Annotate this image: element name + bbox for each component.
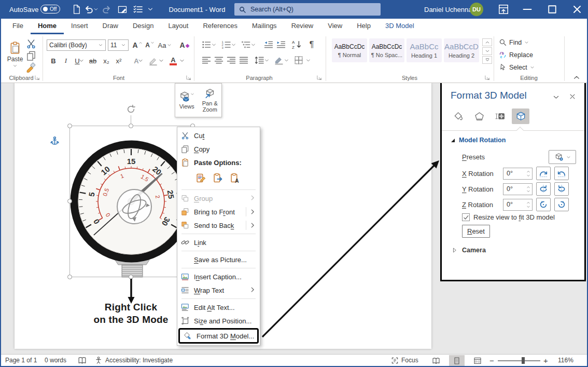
menu-item-insert-caption[interactable]: Insert Caption... bbox=[177, 270, 260, 283]
task-list-icon[interactable] bbox=[133, 4, 143, 15]
font-size-combo[interactable]: 11 bbox=[108, 39, 129, 51]
pane-tab-3d-model[interactable] bbox=[512, 108, 529, 124]
web-layout-button[interactable] bbox=[470, 355, 485, 366]
styles-dialog-launcher-icon[interactable] bbox=[484, 75, 491, 81]
zoom-level[interactable]: 116% bbox=[558, 355, 573, 366]
rotate-handle-icon[interactable] bbox=[125, 104, 136, 115]
paste-keep-formatting-button[interactable] bbox=[194, 171, 207, 185]
multilevel-list-button[interactable] bbox=[241, 39, 251, 50]
select-button[interactable]: Select bbox=[499, 63, 535, 71]
tab-file[interactable]: File bbox=[5, 19, 31, 34]
paste-keep-text-only-button[interactable]: A bbox=[228, 171, 242, 185]
paragraph-dialog-launcher-icon[interactable] bbox=[316, 75, 323, 81]
highlight-color-button[interactable] bbox=[148, 56, 158, 66]
editor-icon[interactable] bbox=[117, 4, 128, 15]
borders-button[interactable] bbox=[293, 55, 304, 65]
close-button[interactable] bbox=[570, 3, 584, 16]
collapse-ribbon-icon[interactable] bbox=[572, 74, 581, 81]
find-button[interactable]: Find bbox=[499, 38, 529, 46]
styles-scroll-down-button[interactable] bbox=[482, 47, 492, 55]
menu-item-send-to-back[interactable]: Send to Back bbox=[177, 219, 260, 232]
selection-handle[interactable] bbox=[67, 199, 72, 203]
zoom-in-button[interactable]: + bbox=[543, 355, 548, 366]
shading-button[interactable] bbox=[274, 55, 284, 65]
pane-tab-fill-line[interactable] bbox=[450, 108, 467, 124]
spinner-down-icon[interactable] bbox=[526, 205, 530, 209]
maximize-button[interactable] bbox=[545, 3, 559, 16]
pane-options-chevron-icon[interactable] bbox=[553, 94, 559, 101]
clear-formatting-button[interactable]: A◆ bbox=[178, 39, 191, 51]
tab-3d-model[interactable]: 3D Model bbox=[378, 19, 422, 34]
italic-button[interactable]: I bbox=[60, 55, 72, 66]
menu-item-group[interactable]: Group bbox=[177, 192, 260, 205]
tab-design[interactable]: Design bbox=[125, 19, 161, 34]
font-color-button[interactable]: A bbox=[168, 55, 178, 66]
selection-handle[interactable] bbox=[67, 124, 72, 128]
pane-tab-effects[interactable] bbox=[470, 108, 488, 124]
user-name[interactable]: Daniel Uchenna bbox=[424, 0, 472, 19]
line-spacing-button[interactable] bbox=[254, 55, 264, 65]
shading-chevron-icon[interactable] bbox=[284, 58, 289, 63]
menu-item-copy[interactable]: Copy bbox=[177, 142, 260, 156]
spinner-up-icon[interactable] bbox=[526, 185, 530, 189]
justify-button[interactable] bbox=[239, 55, 249, 65]
bullets-chevron-icon[interactable] bbox=[212, 43, 216, 47]
paste-button[interactable]: Paste bbox=[5, 37, 25, 72]
reset-button[interactable]: Reset bbox=[462, 225, 490, 238]
font-color-chevron-icon[interactable] bbox=[179, 58, 185, 63]
font-name-combo[interactable]: Calibri (Body) bbox=[47, 39, 106, 51]
tab-view[interactable]: View bbox=[320, 19, 349, 34]
pan-zoom-button[interactable]: Pan & Zoom bbox=[199, 84, 222, 117]
tab-insert[interactable]: Insert bbox=[64, 19, 95, 34]
align-left-button[interactable] bbox=[201, 55, 212, 65]
menu-item-format-3d-model[interactable]: Format 3D Model... bbox=[180, 330, 257, 342]
camera-section-header[interactable]: Camera bbox=[452, 247, 486, 254]
tab-help[interactable]: Help bbox=[349, 19, 378, 34]
tab-review[interactable]: Review bbox=[284, 19, 321, 34]
style-tile--no-spac-[interactable]: AaBbCcDc¶ No Spac... bbox=[369, 38, 404, 62]
resize-view-checkbox[interactable] bbox=[462, 213, 470, 221]
minimize-button[interactable] bbox=[521, 3, 534, 16]
save-icon[interactable] bbox=[71, 4, 81, 15]
spinner-down-icon[interactable] bbox=[526, 189, 530, 193]
font-dialog-launcher-icon[interactable] bbox=[186, 75, 192, 81]
superscript-button[interactable]: x² bbox=[113, 55, 124, 66]
y-rotation-spinner[interactable]: 0° bbox=[503, 183, 533, 195]
word-count[interactable]: 0 words bbox=[45, 355, 66, 366]
bullets-button[interactable] bbox=[201, 39, 212, 50]
menu-item-wrap-text[interactable]: Wrap Text bbox=[177, 283, 260, 297]
tab-layout[interactable]: Layout bbox=[161, 19, 195, 34]
tilt-up-button[interactable] bbox=[536, 167, 551, 180]
copy-button[interactable] bbox=[26, 50, 36, 61]
selection-handle[interactable] bbox=[129, 124, 133, 128]
pane-tab-size-properties[interactable] bbox=[491, 108, 509, 124]
zoom-slider-thumb[interactable] bbox=[522, 357, 525, 364]
show-paragraph-marks-button[interactable]: ¶ bbox=[306, 38, 317, 51]
format-painter-button[interactable] bbox=[26, 62, 36, 73]
tab-draw[interactable]: Draw bbox=[95, 19, 125, 34]
rot-ccw-button[interactable] bbox=[536, 198, 551, 211]
multilevel-chevron-icon[interactable] bbox=[251, 43, 256, 47]
paste-picture-button[interactable] bbox=[211, 171, 225, 185]
page-indicator[interactable]: Page 1 of 1 bbox=[5, 355, 37, 366]
rot-cw-button[interactable] bbox=[554, 198, 569, 211]
style-tile-heading-1[interactable]: AaBbCcHeading 1 bbox=[407, 38, 442, 62]
undo-icon[interactable] bbox=[83, 4, 94, 15]
selection-handle[interactable] bbox=[67, 275, 72, 279]
tab-mailings[interactable]: Mailings bbox=[245, 19, 284, 34]
rot-right-button[interactable] bbox=[554, 182, 569, 196]
proofing-icon[interactable] bbox=[78, 355, 87, 366]
x-rotation-spinner[interactable]: 0° bbox=[503, 168, 533, 180]
underline-chevron-icon[interactable] bbox=[79, 58, 84, 63]
zoom-out-button[interactable]: − bbox=[489, 355, 494, 366]
menu-item-paste-options[interactable]: Paste Options: bbox=[177, 156, 260, 169]
z-rotation-spinner[interactable]: 0° bbox=[503, 199, 533, 211]
highlight-chevron-icon[interactable] bbox=[159, 58, 164, 63]
increase-indent-button[interactable] bbox=[276, 39, 286, 50]
tab-home[interactable]: Home bbox=[31, 19, 64, 34]
text-effects-chevron-icon[interactable] bbox=[138, 58, 143, 63]
spinner-up-icon[interactable] bbox=[526, 170, 530, 173]
styles-gallery-more-button[interactable] bbox=[482, 56, 492, 64]
selection-handle[interactable] bbox=[129, 275, 133, 279]
menu-item-link[interactable]: Link bbox=[177, 236, 260, 249]
